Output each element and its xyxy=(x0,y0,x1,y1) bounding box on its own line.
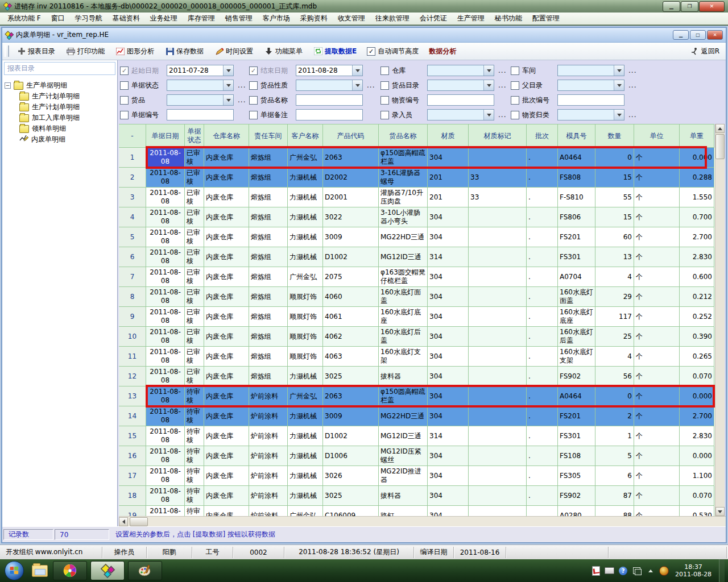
child-close-button[interactable]: ✕ xyxy=(707,30,723,40)
table-cell[interactable]: 4061 xyxy=(323,307,379,327)
table-cell[interactable] xyxy=(469,486,527,506)
table-cell[interactable]: 160水底灯支架 xyxy=(558,347,595,367)
table-cell[interactable]: 待审核 xyxy=(185,406,204,426)
table-cell[interactable]: 3009 xyxy=(323,227,379,247)
table-cell[interactable]: 炉前涂料 xyxy=(249,506,288,516)
table-cell[interactable]: 7 xyxy=(119,267,146,287)
table-cell[interactable]: 2011-08-08 xyxy=(146,148,185,168)
table-cell[interactable]: 33 xyxy=(469,168,527,188)
close-button[interactable]: ✕ xyxy=(699,1,725,12)
table-cell[interactable]: . xyxy=(527,327,558,347)
filter-checkbox[interactable] xyxy=(120,96,129,105)
table-cell[interactable]: 待审核 xyxy=(185,386,204,406)
table-row[interactable]: 72011-08-08已审核内废仓库熔炼组广州金弘2075φ163圆交帽凳仔梳栏… xyxy=(119,267,715,287)
table-cell[interactable]: 4062 xyxy=(323,327,379,347)
menu-item[interactable]: 基础资料 xyxy=(107,13,145,24)
more-button[interactable]: ... xyxy=(238,81,246,89)
table-row[interactable]: 52011-08-08已审核内废仓库熔炼组力灏机械3009MG22HD三通304… xyxy=(119,227,715,247)
table-cell[interactable]: 4063 xyxy=(323,347,379,367)
help-tray-icon[interactable]: ? xyxy=(618,566,628,575)
column-header-11[interactable]: 批次 xyxy=(527,124,558,148)
table-cell[interactable]: 力灏机械 xyxy=(288,207,323,227)
table-row[interactable]: 82011-08-08已审核内废仓库熔炼组顺展灯饰4060160水底灯面盖304… xyxy=(119,287,715,307)
table-cell[interactable]: 个 xyxy=(634,466,680,486)
table-cell[interactable]: 1 xyxy=(119,148,146,168)
table-cell[interactable]: 已审核 xyxy=(185,347,204,367)
table-cell[interactable]: 2011-08-08 xyxy=(146,267,185,287)
table-cell[interactable]: 广州金弘 xyxy=(288,506,323,516)
table-cell[interactable]: A0464 xyxy=(558,386,595,406)
table-cell[interactable]: MG12ID压紧螺丝 xyxy=(379,446,428,466)
table-cell[interactable] xyxy=(469,367,527,386)
menu-item[interactable]: 销售管理 xyxy=(220,13,258,24)
menu-item[interactable]: 客户市场 xyxy=(258,13,295,24)
table-cell[interactable]: 个 xyxy=(634,446,680,466)
table-cell[interactable]: 304 xyxy=(428,506,469,516)
table-cell[interactable]: 内废仓库 xyxy=(204,207,249,227)
table-row[interactable]: 182011-08-08待审核内废仓库炉前涂料力灏机械3025拔料器304.FS… xyxy=(119,486,715,506)
table-cell[interactable]: 13 xyxy=(119,386,146,406)
table-cell[interactable]: 0.070 xyxy=(680,486,714,506)
data-analysis-button[interactable]: 数据分析 xyxy=(425,45,460,58)
auto-height-toggle[interactable]: ✓ 自动调节高度 xyxy=(363,45,423,58)
table-cell[interactable]: 2011-08-08 xyxy=(146,188,185,207)
table-cell[interactable]: 0.000 xyxy=(680,386,714,406)
table-row[interactable]: 112011-08-08已审核内废仓库熔炼组顺展灯饰4063160水底灯支架30… xyxy=(119,347,715,367)
table-cell[interactable]: 路钉 xyxy=(379,506,428,516)
menu-item[interactable]: 收支管理 xyxy=(333,13,370,24)
table-cell[interactable]: 2075 xyxy=(323,267,379,287)
table-cell[interactable]: 广州金弘 xyxy=(288,148,323,168)
table-cell[interactable]: 0 xyxy=(595,148,634,168)
auto-height-checkbox[interactable]: ✓ xyxy=(367,47,375,56)
table-cell[interactable]: F-S810 xyxy=(558,188,595,207)
table-cell[interactable]: 内废仓库 xyxy=(204,446,249,466)
table-cell[interactable]: . xyxy=(527,227,558,247)
more-button[interactable]: ... xyxy=(498,81,506,89)
table-row[interactable]: 92011-08-08已审核内废仓库熔炼组顺展灯饰4061160水底灯底座304… xyxy=(119,307,715,327)
table-cell[interactable]: 炉前涂料 xyxy=(249,386,288,406)
column-header-9[interactable]: 材质 xyxy=(428,124,469,148)
table-cell[interactable]: 160水底灯后盖 xyxy=(379,327,428,347)
table-cell[interactable]: 炉前涂料 xyxy=(249,446,288,466)
horizontal-scrollbar[interactable] xyxy=(119,516,726,526)
table-cell[interactable]: . xyxy=(527,307,558,327)
menu-item[interactable]: 会计凭证 xyxy=(415,13,452,24)
dropdown-arrow-icon[interactable] xyxy=(223,80,233,90)
table-cell[interactable]: 个 xyxy=(634,287,680,307)
table-cell[interactable]: 已审核 xyxy=(185,307,204,327)
toolbar-button-2[interactable]: 打印功能 xyxy=(63,45,109,58)
table-cell[interactable]: 个 xyxy=(634,307,680,327)
table-cell[interactable]: 14 xyxy=(119,406,146,426)
table-row[interactable]: 32011-08-08已审核内废仓库熔炼组力灏机械D2001灌肠器7/10升压肉… xyxy=(119,188,715,207)
column-header-13[interactable]: 数量 xyxy=(595,124,634,148)
table-row[interactable]: 122011-08-08已审核内废仓库熔炼组力灏机械3025拔料器304.FS9… xyxy=(119,367,715,386)
more-button[interactable]: ... xyxy=(628,81,636,89)
table-cell[interactable] xyxy=(469,506,527,516)
table-cell[interactable]: 304 xyxy=(428,307,469,327)
menu-item[interactable]: 窗口 xyxy=(46,13,70,24)
table-cell[interactable]: 2011-08-08 xyxy=(146,426,185,446)
table-cell[interactable]: 内废仓库 xyxy=(204,247,249,267)
table-cell[interactable]: φ150圆高帽疏栏盖 xyxy=(379,386,428,406)
filter-input[interactable] xyxy=(427,94,494,106)
table-cell[interactable]: 2011-08-08 xyxy=(146,386,185,406)
table-cell[interactable]: φ150圆高帽疏栏盖 xyxy=(379,148,428,168)
tree-item[interactable]: 领料单明细 xyxy=(5,123,115,134)
menu-item[interactable]: 库存管理 xyxy=(183,13,220,24)
filter-checkbox[interactable] xyxy=(249,111,258,119)
table-row[interactable]: 162011-08-08待审核内废仓库炉前涂料力灏机械D1006MG12ID压紧… xyxy=(119,446,715,466)
filter-dropdown[interactable] xyxy=(427,109,494,120)
dropdown-arrow-icon[interactable] xyxy=(614,65,624,76)
filter-checkbox[interactable] xyxy=(511,81,519,90)
more-button[interactable]: ... xyxy=(498,111,506,119)
table-cell[interactable]: 0.070 xyxy=(680,367,714,386)
table-cell[interactable]: 11 xyxy=(119,347,146,367)
table-cell[interactable]: 2063 xyxy=(323,386,379,406)
dropdown-arrow-icon[interactable] xyxy=(223,65,233,76)
table-cell[interactable]: 广州金弘 xyxy=(288,386,323,406)
table-cell[interactable]: 个 xyxy=(634,267,680,287)
table-cell[interactable]: . xyxy=(527,188,558,207)
filter-dropdown[interactable] xyxy=(427,65,494,76)
table-cell[interactable]: 熔炼组 xyxy=(249,267,288,287)
table-cell[interactable]: 201 xyxy=(428,168,469,188)
